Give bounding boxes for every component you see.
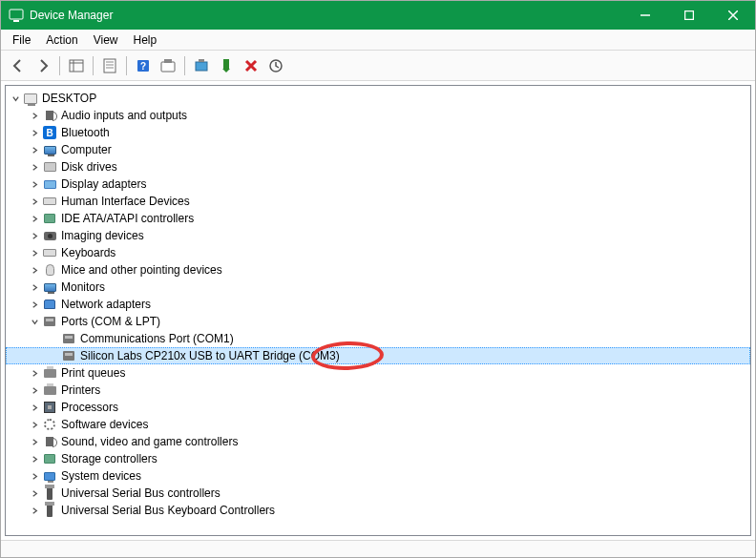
expand-icon[interactable] (27, 400, 42, 415)
device-tree[interactable]: DESKTOPAudio inputs and outputsBBluetoot… (6, 90, 750, 519)
toolbar-separator (59, 56, 60, 75)
tree-node[interactable]: Keyboards (6, 244, 750, 261)
scan-for-changes-button[interactable] (264, 54, 287, 77)
expand-icon[interactable] (27, 297, 42, 312)
expand-icon[interactable] (27, 262, 42, 278)
expand-icon[interactable] (27, 279, 42, 295)
device-tree-panel[interactable]: DESKTOPAudio inputs and outputsBBluetoot… (5, 85, 751, 536)
expand-icon[interactable] (27, 451, 42, 466)
expand-icon[interactable] (27, 159, 42, 175)
menu-file[interactable]: File (5, 31, 38, 50)
tree-node[interactable]: Imaging devices (6, 227, 750, 244)
toolbar-separator (126, 56, 127, 75)
toolbar-separator (184, 56, 185, 75)
tree-node-label: Monitors (61, 280, 105, 294)
tree-node[interactable]: Monitors (6, 279, 750, 296)
tree-node[interactable]: Universal Serial Bus Keyboard Controller… (6, 502, 750, 519)
tree-node[interactable]: DESKTOP (6, 90, 750, 107)
show-hide-tree-button[interactable] (65, 54, 88, 77)
expand-icon[interactable] (27, 486, 42, 501)
enable-device-button[interactable] (215, 54, 238, 77)
app-icon (9, 8, 24, 23)
tree-node-label: Sound, video and game controllers (61, 435, 238, 448)
expand-icon[interactable] (27, 176, 42, 192)
system-icon (42, 468, 57, 484)
tree-node-label: Silicon Labs CP210x USB to UART Bridge (… (80, 349, 340, 362)
menu-bar: File Action View Help (1, 30, 755, 51)
tree-node[interactable]: IDE ATA/ATAPI controllers (6, 210, 750, 227)
forward-button[interactable] (32, 54, 54, 77)
tree-node[interactable]: System devices (6, 467, 750, 485)
expand-icon[interactable] (27, 245, 42, 260)
collapse-icon[interactable] (27, 314, 42, 329)
storage-icon (42, 451, 57, 466)
tree-node[interactable]: Computer (6, 141, 750, 158)
expand-icon[interactable] (27, 194, 42, 209)
expand-icon[interactable] (27, 228, 42, 243)
update-driver-button[interactable] (190, 54, 213, 77)
tree-node-label: Ports (COM & LPT) (61, 315, 160, 328)
toolbar: ? (1, 51, 755, 81)
expand-icon[interactable] (27, 503, 42, 518)
tree-node[interactable]: Human Interface Devices (6, 193, 750, 210)
mouse-icon (42, 262, 57, 278)
bluetooth-icon: B (42, 125, 57, 140)
tree-node-label: DESKTOP (42, 92, 96, 105)
expand-icon[interactable] (27, 108, 42, 123)
tree-node[interactable]: Processors (6, 399, 750, 416)
monitor-icon (42, 142, 57, 157)
expand-icon[interactable] (27, 365, 42, 381)
expand-icon[interactable] (27, 211, 42, 226)
camera-icon (42, 228, 57, 243)
menu-view[interactable]: View (86, 31, 126, 50)
tree-node[interactable]: Audio inputs and outputs (6, 107, 750, 124)
tree-node[interactable]: BBluetooth (6, 124, 750, 141)
tree-node[interactable]: Sound, video and game controllers (6, 433, 750, 450)
ide-icon (42, 211, 57, 226)
maximize-button[interactable] (667, 1, 711, 30)
svg-rect-17 (196, 62, 207, 71)
tree-node[interactable]: Mice and other pointing devices (6, 261, 750, 279)
close-button[interactable] (711, 1, 755, 30)
usb-keyboard-icon (42, 503, 57, 518)
tree-node[interactable]: Disk drives (6, 158, 750, 176)
window-controls (623, 1, 755, 30)
scan-hardware-button[interactable] (157, 54, 179, 77)
minimize-button[interactable] (623, 1, 667, 30)
menu-action[interactable]: Action (38, 31, 85, 50)
tree-node-label: Keyboards (61, 246, 116, 259)
properties-button[interactable] (98, 54, 121, 77)
svg-rect-1 (13, 20, 19, 22)
expand-icon[interactable] (27, 417, 42, 432)
audio-icon (42, 108, 57, 123)
tree-node[interactable]: Storage controllers (6, 450, 750, 467)
tree-node-label: Computer (61, 143, 112, 156)
software-icon (42, 417, 57, 432)
expand-icon[interactable] (27, 125, 42, 140)
tree-node-label: Storage controllers (61, 452, 158, 465)
expand-icon[interactable] (27, 434, 42, 449)
collapse-icon[interactable] (8, 91, 23, 106)
display-icon (42, 176, 57, 192)
tree-node[interactable]: Communications Port (COM1) (6, 330, 750, 347)
tree-node[interactable]: Print queues (6, 364, 750, 382)
tree-node[interactable]: Display adapters (6, 176, 750, 193)
tree-node[interactable]: Ports (COM & LPT) (6, 313, 750, 330)
tree-node[interactable]: Network adapters (6, 296, 750, 313)
expand-icon[interactable] (27, 142, 42, 157)
menu-help[interactable]: Help (126, 31, 165, 50)
tree-node[interactable]: Printers (6, 382, 750, 399)
tree-node[interactable]: Silicon Labs CP210x USB to UART Bridge (… (6, 347, 750, 364)
expand-icon (46, 331, 61, 346)
keyboard-icon (42, 245, 57, 260)
help-button[interactable]: ? (132, 54, 155, 77)
uninstall-device-button[interactable] (240, 54, 262, 77)
expand-icon[interactable] (27, 468, 42, 484)
tree-node[interactable]: Software devices (6, 416, 750, 433)
tree-node-label: Universal Serial Bus controllers (61, 486, 220, 500)
tree-node[interactable]: Universal Serial Bus controllers (6, 485, 750, 502)
tree-node-label: Disk drives (61, 160, 117, 174)
expand-icon[interactable] (27, 382, 42, 398)
port-icon (61, 348, 76, 363)
back-button[interactable] (7, 54, 30, 77)
